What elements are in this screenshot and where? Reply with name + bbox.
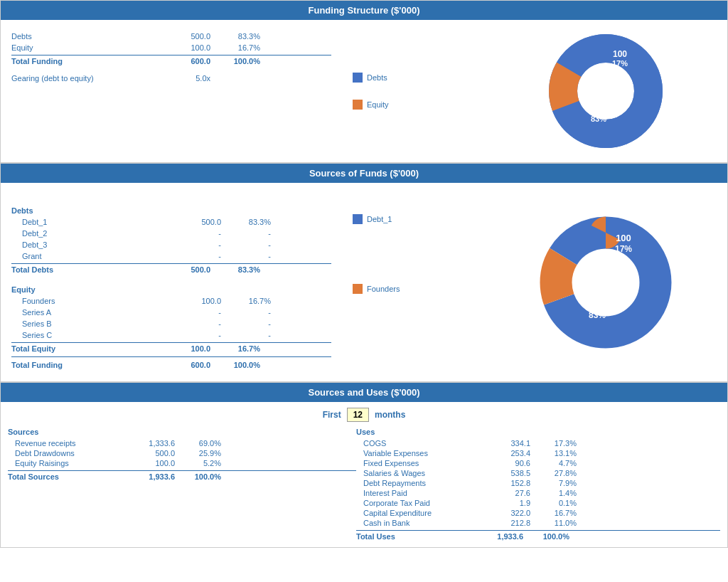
total-equity-row: Total Equity 100.0 16.7% [11,342,331,354]
uses-row-5: Interest Paid27.61.4% [356,488,720,498]
equity-header: Equity [11,285,331,294]
debt3-row: Debt_3 - - [11,239,331,250]
debt3-value: - [164,240,221,249]
uses-label-8: Cash in Bank [356,519,477,527]
founders-row: Founders 100.0 16.7% [11,295,331,307]
svg-text:100: 100 [613,49,627,59]
debts-legend-box [353,73,363,83]
uses-pct-1: 13.1% [530,449,577,457]
series-b-row: Series B - - [11,318,331,329]
sources-uses-section: Sources and Uses ($'000) First 12 months… [0,382,728,548]
uses-row-1: Variable Expenses253.413.1% [356,448,720,458]
months-label: months [375,410,405,420]
funding-structure-content: Debts 500.0 83.3% Equity 100.0 16.7% Tot… [1,20,727,162]
equity-row: Equity 100.0 16.7% [11,42,331,53]
uses-val-4: 152.8 [477,479,530,487]
debt1-value: 500.0 [164,218,221,226]
founders-legend-item: Founders [353,284,473,294]
series-a-pct: - [221,308,271,317]
equity-value: 100.0 [154,43,210,52]
sources-donut-chart: 100 17% 500 83% [484,190,727,374]
uses-row-3: Salaries & Wages538.527.8% [356,468,720,478]
series-b-label: Series B [22,319,164,328]
total-debts-value: 500.0 [154,265,210,274]
equity-label: Equity [11,43,154,52]
svg-text:500: 500 [591,102,606,113]
svg-text:83%: 83% [589,310,606,320]
debts-legend-label: Debts [367,73,387,82]
grant-value: - [164,252,221,260]
uses-label-3: Salaries & Wages [356,469,477,477]
total-funding-value: 600.0 [154,57,210,65]
source-pct-0: 69.0% [175,439,221,448]
funding-left-panel: Debts 500.0 83.3% Equity 100.0 16.7% Tot… [1,27,342,155]
svg-point-10 [576,253,636,312]
total-sources-row: Total Sources 1,933.6 100.0% [8,470,356,482]
debt3-pct: - [221,240,271,249]
debt2-value: - [164,229,221,238]
funding-donut-chart: 100 17% 500 83% [484,27,727,155]
gearing-label: Gearing (debt to equity) [11,74,154,83]
total-sources-value: 1,933.6 [122,472,175,481]
uses-pct-8: 11.0% [530,519,577,527]
uses-pct-2: 4.7% [530,459,577,467]
source-pct-1: 25.9% [175,449,221,457]
grant-row: Grant - - [11,250,331,262]
source-pct-2: 5.2% [175,459,221,467]
source-label-2: Equity Raisings [8,459,122,467]
uses-row-2: Fixed Expenses90.64.7% [356,458,720,468]
uses-row-4: Debt Repayments152.87.9% [356,478,720,488]
debts-value: 500.0 [154,32,210,41]
sf-total-funding-value: 600.0 [154,361,210,369]
debts-pct: 83.3% [210,32,260,41]
funding-donut-svg: 100 17% 500 83% [542,27,670,155]
source-rows: Revenue receipts1,333.669.0%Debt Drawdow… [8,438,356,468]
uses-pct-6: 0.1% [530,499,577,507]
debt3-label: Debt_3 [22,240,164,249]
debt1-row: Debt_1 500.0 83.3% [11,216,331,228]
total-equity-pct: 16.7% [210,344,260,353]
debt1-legend-label: Debt_1 [367,215,392,223]
funding-legend: Debts Equity [342,27,484,155]
total-debts-row: Total Debts 500.0 83.3% [11,263,331,275]
sources-funds-section: Sources of Funds ($'000) Debts Debt_1 50… [0,163,728,382]
debt1-legend-box [353,214,363,224]
total-equity-label: Total Equity [11,344,154,353]
source-label-1: Debt Drawdowns [8,449,122,457]
uses-rows: COGS334.117.3%Variable Expenses253.413.1… [356,438,720,528]
uses-val-5: 27.6 [477,489,530,497]
series-c-value: - [164,331,221,339]
su-content: Sources Revenue receipts1,333.669.0%Debt… [8,428,720,541]
source-row-2: Equity Raisings100.05.2% [8,458,356,468]
months-row: First 12 months [8,408,720,422]
founders-pct: 16.7% [221,297,271,305]
uses-pct-3: 27.8% [530,469,577,477]
funding-structure-title: Funding Structure ($'000) [1,1,727,20]
total-debts-label: Total Debts [11,265,154,274]
months-input[interactable]: 12 [347,408,369,422]
total-funding-row: Total Funding 600.0 100.0% [11,55,331,67]
founders-legend-box [353,284,363,294]
uses-pct-0: 17.3% [530,439,577,448]
total-uses-row: Total Uses 1,933.6 100.0% [356,530,720,541]
founders-legend-label: Founders [367,285,400,293]
uses-label-6: Corporate Tax Paid [356,499,477,507]
sources-legend: Debt_1 Founders [342,190,484,374]
sources-donut-svg: 100 17% 500 83% [535,211,677,354]
source-val-2: 100.0 [122,459,175,467]
total-uses-label: Total Uses [356,532,470,541]
series-a-label: Series A [22,308,164,317]
uses-row-8: Cash in Bank212.811.0% [356,518,720,528]
debt1-pct: 83.3% [221,218,271,226]
uses-label-0: COGS [356,439,477,448]
sources-uses-content: First 12 months Sources Revenue receipts… [1,402,727,547]
uses-label-5: Interest Paid [356,489,477,497]
series-b-pct: - [221,319,271,328]
uses-val-0: 334.1 [477,439,530,448]
debts-row: Debts 500.0 83.3% [11,31,331,42]
sources-funds-content: Debts Debt_1 500.0 83.3% Debt_2 - - Debt… [1,183,727,381]
total-funding-label: Total Funding [11,57,154,65]
uses-val-6: 1.9 [477,499,530,507]
uses-section-label: Uses [356,428,720,436]
funding-structure-section: Funding Structure ($'000) Debts 500.0 83… [0,0,728,163]
